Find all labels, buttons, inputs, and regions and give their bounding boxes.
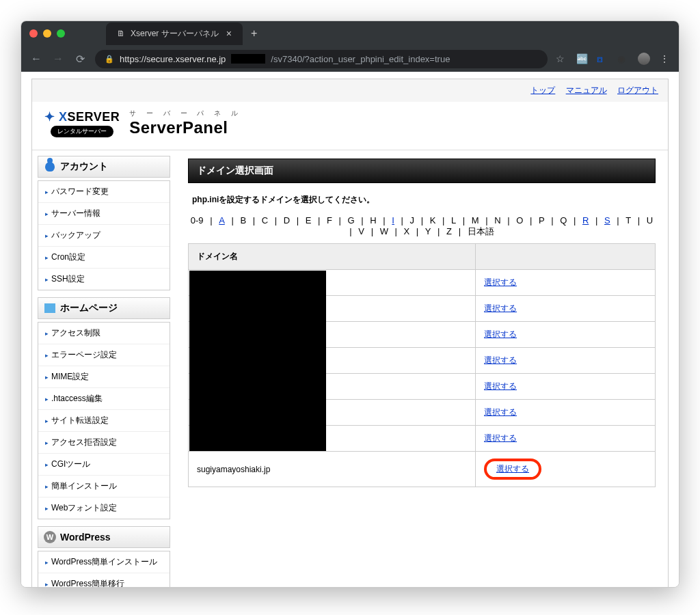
sidebar-section-アカウント: アカウント — [38, 156, 170, 178]
sidebar-item-パスワード変更[interactable]: パスワード変更 — [38, 181, 170, 203]
sidebar-item-.htaccess編集[interactable]: .htaccess編集 — [38, 388, 170, 410]
top-nav-links: トップ マニュアル ログアウト — [32, 79, 668, 102]
alpha-Z: Z — [446, 226, 452, 236]
domain-cell: sugiyamayoshiaki.jp — [189, 452, 476, 487]
dropbox-icon[interactable]: ⧈ — [597, 53, 608, 64]
action-cell: 選択する — [476, 296, 656, 322]
sidebar-item-サイト転送設定[interactable]: サイト転送設定 — [38, 410, 170, 432]
menu-icon[interactable]: ⋮ — [660, 53, 671, 64]
maximize-window-button[interactable] — [57, 29, 65, 38]
select-domain-link[interactable]: 選択する — [484, 277, 517, 287]
server-panel-title: サ ー バ ー パ ネ ル ServerPanel — [129, 109, 242, 137]
sidebar-item-CGIツール[interactable]: CGIツール — [38, 454, 170, 476]
alpha-U: U — [647, 215, 653, 226]
sidebar-section-title: アカウント — [60, 161, 108, 173]
sidebar-section-WordPress: WWordPress — [38, 526, 170, 548]
lock-icon: 🔒 — [105, 55, 114, 64]
alpha-I[interactable]: I — [392, 215, 394, 226]
alpha-F: F — [327, 215, 332, 226]
alpha-H: H — [370, 215, 376, 226]
alpha-T: T — [625, 215, 631, 226]
col-action — [476, 244, 656, 270]
table-row: sugiyamayoshiaki.jp選択する — [189, 452, 656, 487]
main-column: ドメイン選択画面 php.iniを設定するドメインを選択してください。 0-9 … — [176, 150, 668, 587]
sidebar-section-title: ホームページ — [60, 302, 118, 314]
close-window-button[interactable] — [29, 29, 38, 38]
tab-file-icon: 🗎 — [117, 29, 125, 38]
sp-main-title: ServerPanel — [129, 118, 242, 137]
sidebar-item-アクセス拒否設定[interactable]: アクセス拒否設定 — [38, 432, 170, 454]
minimize-window-button[interactable] — [43, 29, 51, 38]
sidebar-section-title: WordPress — [60, 532, 111, 543]
alpha-0-9: 0-9 — [191, 215, 204, 226]
action-cell: 選択する — [476, 348, 656, 374]
highlighted-select: 選択する — [484, 459, 541, 480]
link-manual[interactable]: マニュアル — [566, 85, 607, 95]
alpha-L: L — [451, 215, 456, 226]
action-cell: 選択する — [476, 452, 656, 487]
action-cell: 選択する — [476, 400, 656, 426]
window-controls — [29, 29, 65, 38]
header-logo: ✦ XSERVER レンタルサーバー サ ー バ ー パ ネ ル ServerP… — [32, 102, 668, 150]
action-cell: 選択する — [476, 270, 656, 296]
sidebar-item-サーバー情報[interactable]: サーバー情報 — [38, 203, 170, 225]
select-domain-link[interactable]: 選択する — [484, 433, 517, 443]
link-logout[interactable]: ログアウト — [617, 85, 658, 95]
toolbar: ← → ⟳ 🔒 https://secure.xserver.ne.jp /sv… — [21, 46, 679, 72]
xserver-logo: ✦ XSERVER レンタルサーバー — [44, 109, 120, 137]
url-redacted — [231, 54, 265, 64]
new-tab-button[interactable]: + — [251, 27, 257, 40]
profile-avatar[interactable] — [638, 53, 650, 65]
address-bar[interactable]: 🔒 https://secure.xserver.ne.jp /sv7340/?… — [95, 50, 548, 68]
shield-icon[interactable]: ◉ — [617, 53, 628, 64]
alpha-A[interactable]: A — [219, 215, 225, 226]
toolbar-icons: ☆ 🔤 ⧈ ◉ ⋮ — [556, 53, 671, 65]
browser-window: 🗎 Xserver サーバーパネル × + ← → ⟳ 🔒 https://se… — [21, 20, 679, 588]
select-domain-link[interactable]: 選択する — [484, 355, 517, 365]
sidebar-item-簡単インストール[interactable]: 簡単インストール — [38, 476, 170, 497]
alpha-D: D — [284, 215, 290, 226]
rental-badge: レンタルサーバー — [51, 126, 113, 137]
sidebar-item-SSH設定[interactable]: SSH設定 — [38, 269, 170, 290]
sidebar-item-エラーページ設定[interactable]: エラーページ設定 — [38, 344, 170, 366]
sidebar-item-アクセス制限[interactable]: アクセス制限 — [38, 323, 170, 344]
close-tab-button[interactable]: × — [226, 28, 232, 39]
sidebar-section-ホームページ: ホームページ — [38, 297, 170, 319]
forward-button[interactable]: → — [51, 53, 65, 65]
alpha-S[interactable]: S — [604, 215, 610, 226]
page-description: php.iniを設定するドメインを選択してください。 — [192, 194, 651, 206]
select-domain-link[interactable]: 選択する — [496, 464, 529, 474]
select-domain-link[interactable]: 選択する — [484, 381, 517, 391]
action-cell: 選択する — [476, 374, 656, 400]
link-top[interactable]: トップ — [530, 85, 555, 95]
star-icon[interactable]: ☆ — [556, 53, 567, 64]
alpha-J: J — [410, 215, 415, 226]
alpha-R[interactable]: R — [582, 215, 589, 226]
translate-icon[interactable]: 🔤 — [576, 53, 587, 64]
account-icon — [44, 161, 56, 173]
alpha-Y: Y — [425, 226, 431, 236]
browser-tab[interactable]: 🗎 Xserver サーバーパネル × — [106, 23, 243, 45]
alpha-X: X — [404, 226, 410, 236]
wordpress-icon: W — [44, 531, 56, 543]
col-domain: ドメイン名 — [189, 244, 476, 270]
sidebar-item-MIME設定[interactable]: MIME設定 — [38, 366, 170, 388]
page-heading: ドメイン選択画面 — [188, 159, 656, 183]
sidebar-item-バックアップ[interactable]: バックアップ — [38, 225, 170, 247]
select-domain-link[interactable]: 選択する — [484, 303, 517, 313]
back-button[interactable]: ← — [29, 53, 43, 65]
sidebar-item-Webフォント設定[interactable]: Webフォント設定 — [38, 497, 170, 519]
title-bar: 🗎 Xserver サーバーパネル × + — [21, 21, 679, 46]
alpha-W: W — [380, 226, 388, 236]
sidebar-list: パスワード変更サーバー情報バックアップCron設定SSH設定 — [38, 180, 170, 290]
sidebar-item-WordPress簡単インストール[interactable]: WordPress簡単インストール — [38, 551, 170, 573]
alpha-V: V — [358, 226, 364, 236]
select-domain-link[interactable]: 選択する — [484, 329, 517, 339]
sidebar-item-WordPress簡単移行[interactable]: WordPress簡単移行 — [38, 573, 170, 587]
action-cell: 選択する — [476, 322, 656, 348]
sidebar-item-Cron設定[interactable]: Cron設定 — [38, 247, 170, 269]
url-host: https://secure.xserver.ne.jp — [120, 54, 226, 64]
url-path: /sv7340/?action_user_phpini_edit_index=t… — [271, 54, 450, 64]
reload-button[interactable]: ⟳ — [73, 53, 87, 66]
select-domain-link[interactable]: 選択する — [484, 407, 517, 417]
